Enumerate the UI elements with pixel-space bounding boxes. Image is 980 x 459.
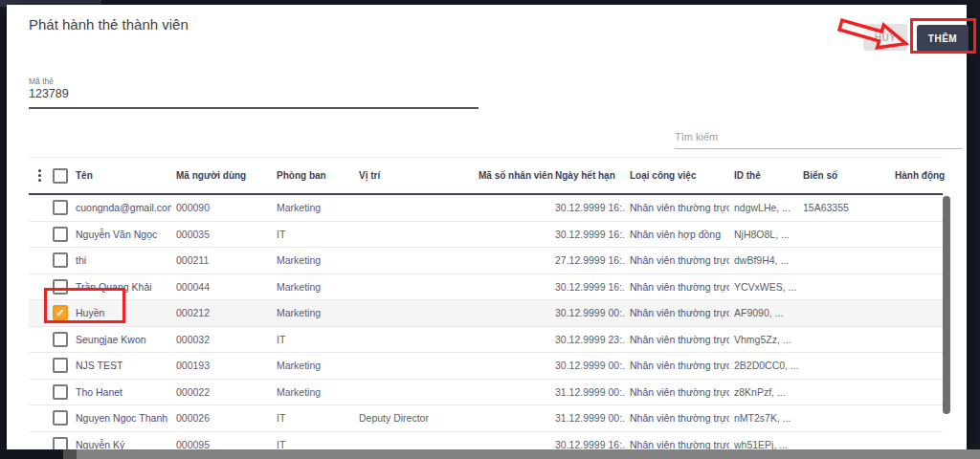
- cell-name: Seungjae Kwon: [71, 334, 171, 345]
- cell-user_code: 000032: [171, 334, 272, 345]
- cell-card_id: ndgwLHe, ...: [729, 202, 798, 213]
- cell-card_id: NjH8O8L, ...: [729, 229, 798, 240]
- cell-name: cuongnda@gmail.com: [71, 202, 171, 213]
- search-field: [675, 127, 962, 149]
- cell-department: Marketing: [272, 202, 354, 213]
- cell-job_type: Nhân viên thường trực: [625, 334, 729, 345]
- table-row[interactable]: thi000211Marketing27.12.9999 16:...Nhân …: [29, 248, 943, 274]
- cell-card_id: nMT2s7K, ...: [729, 412, 798, 424]
- row-checkbox[interactable]: [53, 358, 68, 373]
- cell-card_id: YCVxWES, ...: [729, 281, 798, 293]
- issue-member-card-dialog: Phát hành thẻ thành viên HỦY THÊM Mã thẻ…: [7, 5, 967, 449]
- row-checkbox-cell: [50, 332, 71, 347]
- cell-user_code: 000095: [171, 439, 272, 450]
- row-checkbox[interactable]: [53, 200, 68, 215]
- cell-user_code: 000044: [171, 281, 272, 293]
- members-table: TênMã người dùngPhòng banVị tríMã số nhâ…: [29, 157, 943, 458]
- cell-job_type: Nhân viên hợp đồng: [625, 229, 729, 240]
- select-all-cell: [50, 168, 71, 184]
- column-header-plate: Biển số: [798, 170, 890, 181]
- card-code-input[interactable]: [29, 87, 479, 109]
- cell-expiry_date: 31.12.9999 00:...: [550, 386, 625, 398]
- cell-job_type: Nhân viên thường trực: [625, 202, 729, 213]
- cell-name: Nguyen Ngoc Thanh: [71, 412, 171, 424]
- cell-expiry_date: 30.12.9999 00:...: [550, 360, 625, 371]
- cell-card_id: wh51EPj, ...: [729, 439, 798, 450]
- cell-expiry_date: 30.12.9999 23:...: [550, 334, 625, 345]
- table-row[interactable]: Tho Hanet000022Marketing31.12.9999 00:..…: [29, 380, 943, 406]
- table-row[interactable]: ✓Huyền000212Marketing30.12.9999 00:...Nh…: [29, 300, 943, 327]
- table-row[interactable]: cuongnda@gmail.com000090Marketing30.12.9…: [29, 195, 943, 222]
- cell-card_id: z8KnPzf, ...: [729, 386, 798, 398]
- kebab-menu-icon[interactable]: [29, 169, 50, 182]
- table-row[interactable]: Nguyễn Văn Ngọc000035IT30.12.9999 16:...…: [29, 222, 943, 249]
- cell-user_code: 000193: [171, 360, 272, 371]
- cell-user_code: 000090: [171, 202, 272, 213]
- horizontal-scrollbar-thumb-segment[interactable]: [63, 449, 77, 459]
- row-checkbox[interactable]: [53, 227, 68, 242]
- cell-expiry_date: 30.12.9999 16:...: [550, 202, 625, 213]
- cell-department: Marketing: [272, 360, 354, 371]
- cell-expiry_date: 31.12.9999 00:...: [550, 412, 625, 424]
- card-code-label: Mã thẻ: [29, 76, 54, 86]
- cell-expiry_date: 30.12.9999 16:...: [550, 229, 625, 240]
- cell-job_type: Nhân viên thường trực: [625, 281, 729, 293]
- cell-expiry_date: 30.12.9999 16:...: [550, 439, 625, 450]
- cell-job_type: Nhân viên thường trực: [625, 360, 729, 371]
- column-header-user_code: Mã người dùng: [171, 170, 272, 181]
- table-header-row: TênMã người dùngPhòng banVị tríMã số nhâ…: [29, 157, 943, 195]
- table-row[interactable]: Trần Quang Khải000044Marketing30.12.9999…: [29, 274, 943, 301]
- select-all-checkbox[interactable]: [53, 168, 68, 184]
- cell-name: thi: [71, 254, 171, 266]
- row-checkbox-checked[interactable]: ✓: [53, 305, 68, 320]
- cell-department: IT: [272, 334, 354, 345]
- row-checkbox-cell: [50, 410, 71, 426]
- table-row[interactable]: NJS TEST000193Marketing30.12.9999 00:...…: [29, 353, 943, 380]
- cell-department: Marketing: [272, 386, 354, 398]
- cell-card_id: dwBf9H4, ...: [729, 254, 798, 266]
- cancel-button[interactable]: HỦY: [863, 24, 907, 51]
- vertical-scrollbar-thumb[interactable]: [943, 196, 950, 414]
- table-body: cuongnda@gmail.com000090Marketing30.12.9…: [29, 195, 943, 458]
- row-checkbox-cell: [50, 200, 71, 215]
- table-row[interactable]: Nguyen Ngoc Thanh000026ITDeputy Director…: [29, 405, 943, 432]
- row-checkbox-cell: ✓: [50, 305, 71, 320]
- column-header-job_type: Loại công việc: [625, 170, 729, 181]
- column-header-expiry_date: Ngày hết hạn: [550, 170, 625, 181]
- row-checkbox-cell: [50, 384, 71, 400]
- row-checkbox[interactable]: [53, 410, 68, 426]
- row-checkbox[interactable]: [53, 279, 68, 295]
- cell-card_id: Vhmg5Zz, ...: [729, 334, 798, 345]
- row-checkbox-cell: [50, 358, 71, 373]
- dialog-title: Phát hành thẻ thành viên: [29, 16, 189, 33]
- cell-user_code: 000035: [171, 229, 272, 240]
- cell-department: Marketing: [272, 281, 354, 293]
- row-checkbox[interactable]: [53, 332, 68, 347]
- cell-card_id: 2B2D0CC0, ...: [729, 360, 798, 371]
- column-header-card_id: ID thẻ: [729, 170, 798, 181]
- cell-job_type: Nhân viên thường trực: [625, 307, 729, 318]
- cell-name: Trần Quang Khải: [71, 281, 171, 293]
- horizontal-scrollbar[interactable]: [0, 449, 980, 459]
- cell-expiry_date: 30.12.9999 16:...: [550, 281, 625, 293]
- column-header-department: Phòng ban: [272, 170, 354, 181]
- cell-expiry_date: 27.12.9999 16:...: [550, 254, 625, 266]
- row-checkbox-cell: [50, 227, 71, 242]
- search-input[interactable]: [675, 127, 962, 149]
- cell-expiry_date: 30.12.9999 00:...: [550, 307, 625, 318]
- column-header-action: Hành động: [890, 170, 943, 181]
- cell-card_id: AF9090, ...: [729, 307, 798, 318]
- cell-position: Deputy Director: [354, 412, 474, 424]
- row-checkbox[interactable]: [53, 384, 68, 400]
- table-row[interactable]: Seungjae Kwon000032IT30.12.9999 23:...Nh…: [29, 327, 943, 354]
- cell-department: Marketing: [272, 254, 354, 266]
- cell-name: NJS TEST: [71, 360, 171, 371]
- row-checkbox[interactable]: [53, 252, 68, 268]
- add-button[interactable]: THÊM: [917, 25, 969, 52]
- column-header-name: Tên: [71, 170, 171, 181]
- cell-name: Tho Hanet: [71, 386, 171, 398]
- cell-department: IT: [272, 439, 354, 450]
- cell-department: IT: [272, 412, 354, 424]
- cell-user_code: 000026: [171, 412, 272, 424]
- cell-name: Huyền: [71, 307, 171, 318]
